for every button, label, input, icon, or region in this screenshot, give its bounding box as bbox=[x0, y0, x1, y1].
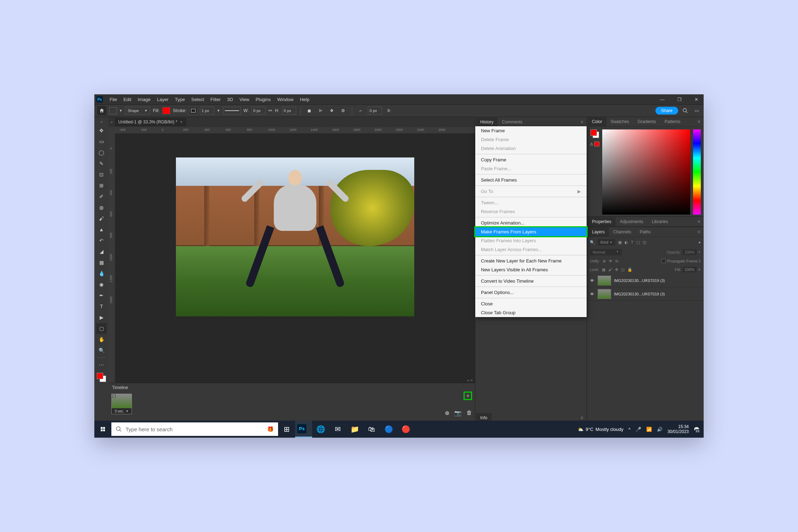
duplicate-frame-icon[interactable]: ⊕ bbox=[445, 410, 449, 416]
quick-select-tool[interactable]: ✎ bbox=[96, 158, 107, 169]
gradient-tool[interactable]: ▦ bbox=[96, 257, 107, 268]
stroke-swatch[interactable] bbox=[189, 107, 197, 114]
trash-icon[interactable]: 🗑 bbox=[466, 410, 472, 416]
taskbar-search[interactable]: Type here to search 🎁 bbox=[111, 422, 278, 436]
unify-visibility-icon[interactable]: 👁 bbox=[609, 259, 613, 263]
lock-image-icon[interactable]: 🖌 bbox=[608, 267, 612, 272]
properties-tab[interactable]: Properties bbox=[588, 217, 616, 226]
stroke-type-select[interactable] bbox=[223, 107, 241, 115]
menu-help[interactable]: Help bbox=[297, 97, 313, 102]
fill-input[interactable]: 100% bbox=[682, 267, 697, 272]
menu-select-all-frames[interactable]: Select All Frames bbox=[475, 176, 587, 184]
move-tool[interactable]: ✥ bbox=[96, 125, 107, 136]
propagate-checkbox[interactable] bbox=[661, 259, 666, 263]
edit-toolbar-icon[interactable]: ⋯ bbox=[96, 360, 107, 370]
taskbar-clock[interactable]: 15:34 30/01/2023 bbox=[667, 424, 689, 434]
notification-icon[interactable]: 💬21 bbox=[694, 427, 699, 432]
tray-mic-icon[interactable]: 🎤 bbox=[636, 427, 641, 432]
lock-all-icon[interactable]: 🔒 bbox=[627, 267, 632, 272]
timeline-frame[interactable]: 1 0 sec.▼ bbox=[111, 394, 132, 414]
marquee-tool[interactable]: ▭ bbox=[96, 136, 107, 147]
menu-layer[interactable]: Layer bbox=[154, 97, 172, 102]
path-operations-icon[interactable]: ◼ bbox=[305, 106, 314, 115]
clone-stamp-tool[interactable]: ▲ bbox=[96, 224, 107, 235]
link-icon[interactable]: ⚯ bbox=[268, 108, 272, 113]
brush-tool[interactable]: 🖌 bbox=[96, 213, 107, 224]
unify-style-icon[interactable]: fx bbox=[615, 259, 619, 263]
taskbar-edge-icon[interactable]: 🌐 bbox=[312, 421, 329, 438]
filter-shape-icon[interactable]: ▢ bbox=[636, 240, 640, 245]
panel-menu-icon[interactable]: ≡ bbox=[695, 219, 703, 224]
filter-kind-select[interactable]: Kind▼ bbox=[598, 239, 615, 245]
libraries-tab[interactable]: Libraries bbox=[648, 217, 672, 226]
layer-name[interactable]: IMG20230130...URST019 (3) bbox=[614, 278, 665, 283]
unify-position-icon[interactable]: ⊕ bbox=[603, 259, 606, 264]
menu-edit[interactable]: Edit bbox=[120, 97, 134, 102]
taskbar-chrome-icon[interactable]: 🔴 bbox=[397, 421, 414, 438]
panel-collapse-icon[interactable]: ‹‹ × bbox=[467, 378, 473, 382]
gamut-warning-icon[interactable]: ⚠ bbox=[590, 142, 593, 146]
menu-panel-options[interactable]: Panel Options... bbox=[475, 288, 587, 297]
menu-convert-video[interactable]: Convert to Video Timeline bbox=[475, 277, 587, 286]
tool-mode-select[interactable]: Shape▼ bbox=[125, 107, 150, 115]
share-button[interactable]: Share bbox=[655, 107, 678, 115]
adjustments-tab[interactable]: Adjustments bbox=[616, 217, 648, 226]
task-view-icon[interactable]: ⊞ bbox=[278, 421, 295, 438]
home-button[interactable] bbox=[97, 106, 106, 115]
gamut-swatch[interactable] bbox=[594, 142, 599, 146]
layer-thumbnail[interactable] bbox=[598, 276, 611, 286]
menu-select[interactable]: Select bbox=[188, 97, 207, 102]
stroke-width-input[interactable]: 1 px bbox=[200, 107, 214, 115]
layer-thumbnail[interactable] bbox=[598, 289, 611, 299]
taskbar-photoshop-icon[interactable]: Ps bbox=[295, 421, 312, 438]
path-alignment-icon[interactable]: ⊫ bbox=[316, 106, 325, 115]
gear-icon[interactable]: ⚙ bbox=[339, 106, 348, 115]
opacity-input[interactable]: 100% bbox=[682, 249, 697, 255]
shape-preset-icon[interactable] bbox=[109, 107, 117, 114]
start-button[interactable] bbox=[94, 421, 111, 438]
layer-row[interactable]: 👁 IMG20230130...URST019 (3) bbox=[587, 274, 704, 287]
filter-smart-icon[interactable]: ◫ bbox=[643, 240, 646, 245]
color-swatches[interactable] bbox=[97, 373, 106, 382]
history-tab[interactable]: History bbox=[476, 117, 498, 127]
eyedropper-tool[interactable]: ✐ bbox=[96, 191, 107, 202]
menu-plugins[interactable]: Plugins bbox=[253, 97, 274, 102]
panel-menu-icon[interactable]: ≡ bbox=[578, 120, 586, 124]
healing-brush-tool[interactable]: ◍ bbox=[96, 202, 107, 213]
rounded-corner-icon[interactable]: ⌐ bbox=[356, 106, 365, 115]
taskbar-app-icon[interactable]: 🔵 bbox=[380, 421, 397, 438]
workspace-icon[interactable]: ▭ bbox=[692, 106, 701, 115]
hand-tool[interactable]: ✋ bbox=[96, 334, 107, 345]
swatches-tab[interactable]: Swatches bbox=[606, 117, 633, 126]
patterns-tab[interactable]: Patterns bbox=[660, 117, 685, 126]
path-arrangement-icon[interactable]: ❖ bbox=[328, 106, 336, 115]
timeline-tab[interactable]: Timeline bbox=[112, 385, 128, 390]
gradients-tab[interactable]: Gradients bbox=[633, 117, 660, 126]
lasso-tool[interactable]: ◯ bbox=[96, 147, 107, 158]
pen-tool[interactable]: ✒ bbox=[96, 290, 107, 301]
canvas[interactable] bbox=[115, 133, 475, 383]
comments-tab[interactable]: Comments bbox=[498, 117, 527, 127]
timeline-menu-button[interactable]: ≡ bbox=[464, 392, 472, 400]
blend-mode-select[interactable]: Normal▼ bbox=[590, 249, 622, 255]
visibility-icon[interactable]: 👁 bbox=[589, 292, 595, 296]
rectangle-tool[interactable]: ▢ bbox=[96, 323, 107, 334]
menu-type[interactable]: Type bbox=[172, 97, 188, 102]
menu-image[interactable]: Image bbox=[134, 97, 154, 102]
path-select-tool[interactable]: ▶ bbox=[96, 312, 107, 323]
zoom-tool[interactable]: 🔍 bbox=[96, 345, 107, 356]
visibility-icon[interactable]: 👁 bbox=[589, 278, 595, 283]
weather-widget[interactable]: ⛅ 9°C Mostly cloudy bbox=[578, 427, 624, 432]
layer-name[interactable]: IMG20230130...URST018 (3) bbox=[614, 292, 665, 296]
chevron-down-icon[interactable]: ▼ bbox=[119, 109, 122, 112]
taskbar-explorer-icon[interactable]: 📁 bbox=[346, 421, 363, 438]
eraser-tool[interactable]: ◢ bbox=[96, 246, 107, 257]
crop-tool[interactable]: ⊡ bbox=[96, 169, 107, 180]
dodge-tool[interactable]: ◉ bbox=[96, 279, 107, 290]
search-icon[interactable]: 🔍 bbox=[590, 240, 595, 245]
menu-new-frame[interactable]: New Frame bbox=[475, 126, 587, 135]
menu-close-tab-group[interactable]: Close Tab Group bbox=[475, 308, 587, 317]
menu-filter[interactable]: Filter bbox=[207, 97, 224, 102]
tray-wifi-icon[interactable]: 📶 bbox=[646, 427, 652, 432]
filter-adjustment-icon[interactable]: ◐ bbox=[625, 240, 628, 245]
